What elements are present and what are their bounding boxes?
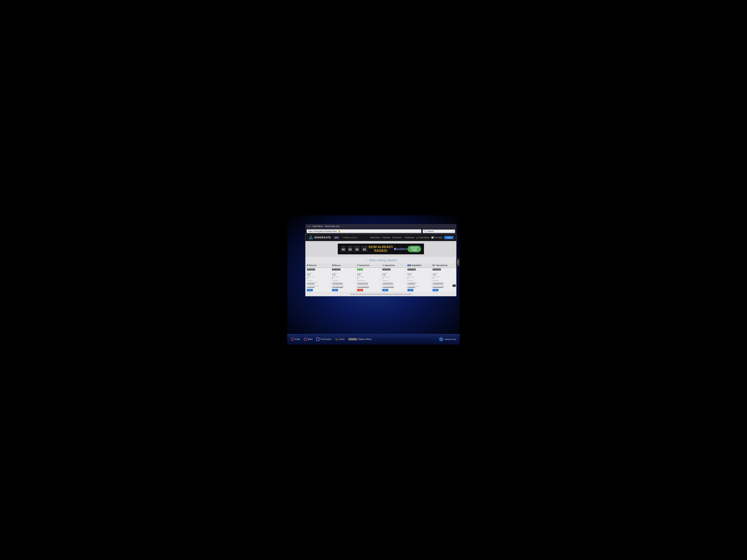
bytecoin-confirmed-label: Confirmed balance: [307, 282, 329, 283]
nav-blockchains[interactable]: Blockchains: [370, 237, 380, 239]
mining-header-text: Web mining started: [369, 259, 397, 262]
search-text: Search: [428, 230, 434, 232]
r3-badge: R3: [335, 338, 338, 341]
search-vendor-icon: △: [452, 230, 454, 232]
mg-logo-icon: [308, 235, 313, 240]
browser-titlebar: www Web Miner - MinerGate.com: [305, 224, 457, 229]
ps3-fullscreen-btn[interactable]: □ Full Screen: [316, 338, 331, 341]
monetaverde-icon: Ɱ✓: [433, 264, 436, 267]
user-name: sarkawt noori: [444, 338, 456, 340]
browser-content: MINERGATE 🇺🇸 ▾ ❄ Affiliate program Block…: [305, 234, 457, 296]
col-quazarcoin: ☆ QuazarCoin: [381, 263, 406, 268]
search-box[interactable]: 🔍 Search △: [423, 230, 455, 233]
col-monetaverde: Ɱ✓ MonetaVerde: [431, 263, 456, 268]
bytecoin-lastshare-label: Last share: [307, 280, 329, 281]
fantomcoin-icon: F: [357, 264, 358, 267]
user-avatar-icon: 👤: [439, 337, 443, 341]
nav-cloud-mining[interactable]: ☁ Cloud Mining: [416, 237, 429, 239]
invest-now-button[interactable]: INVEST NOW: [407, 246, 421, 252]
quazarcoin-start-button[interactable]: Start: [382, 289, 388, 291]
nav-downloads[interactable]: Downloads: [392, 237, 401, 239]
back-label: Back: [308, 338, 313, 341]
mg-logo: MINERGATE: [308, 235, 331, 240]
enter-label: Enter: [295, 338, 300, 341]
mining-footer: Mining with MinerGate GUI miner and clou…: [305, 292, 456, 296]
nav-pool-stats[interactable]: 📊 Pool Stats: [431, 237, 442, 239]
lock-icon: 🔒: [338, 230, 341, 233]
quazarcoin-label: QuazarCoin: [385, 264, 395, 266]
minergate-navbar: MINERGATE 🇺🇸 ▾ ❄ Affiliate program Block…: [305, 234, 456, 241]
ps3-back-btn[interactable]: ○ Back: [304, 338, 313, 341]
banner-brand: polybius: [394, 247, 407, 250]
circle-button-icon: ○: [304, 338, 307, 341]
fullscreen-label: Full Screen: [320, 338, 331, 341]
monetaverde-status: Not mining: [433, 268, 441, 270]
ps3-zoom-btn[interactable]: R3 Zoom: [335, 338, 344, 341]
fantomcoin-stop-button[interactable]: Stop: [357, 289, 363, 291]
mining-header: ↗ Web mining started: [305, 257, 456, 263]
mg-nav-links: Blockchains Calculator Downloads ↗ Dashb…: [370, 236, 454, 239]
status-row: Not mining Not mining Mining Not mining …: [305, 268, 456, 271]
bytecoin-status: Not mining: [307, 268, 315, 270]
arrow-nav: › R2: [453, 280, 456, 287]
address-bar[interactable]: https://minergate.com/web-miner 🔒: [307, 230, 421, 233]
bytecoin-unconfirmed-label: Unconfirmed balance: [307, 285, 329, 287]
cloud-icon: ☁: [416, 237, 418, 239]
nav-calculator[interactable]: Calculator: [382, 237, 390, 239]
monetaverde-label: MonetaVerde: [437, 264, 448, 266]
monero-status: Not mining: [332, 268, 340, 270]
col-digitalnote: XDN DigitalNote: [406, 263, 431, 268]
bytecoin-label: Bytecoin: [309, 264, 316, 266]
logout-button[interactable]: Logout: [444, 236, 454, 239]
brand-name: polybius: [397, 247, 407, 250]
monero-label: Monero: [334, 264, 341, 266]
countdown-days: DAYS 00: [341, 246, 346, 252]
digitalnote-label: DigitalNote: [412, 264, 421, 266]
banner-countdown: DAYS 00 HOURS 00 MINUTES 00 SECONDS: [341, 246, 367, 252]
stats-row: Hashrate 0 H/s Shares sent 0 Last share …: [305, 271, 456, 292]
square-button-icon: □: [316, 338, 319, 341]
monero-icon: Ɱ: [332, 264, 334, 267]
bytecoin-shares-label: Shares sent: [307, 276, 329, 277]
polybius-icon: [394, 248, 396, 250]
chat-tab[interactable]: Chat: [456, 259, 460, 266]
bytecoin-shares-value: 0: [307, 277, 329, 279]
col-fantomcoin: F FantomCoin: [356, 263, 381, 268]
snowflake-icon: ❄: [342, 237, 343, 239]
bytecoin-unconfirmed-value: 0.00000000: [307, 287, 329, 288]
chart-icon: ↗: [404, 237, 405, 239]
digitalnote-status: Not mining: [407, 268, 416, 270]
right-arrow-icon[interactable]: ›: [454, 280, 455, 284]
col-bytecoin: Ƀ Bytecoin: [305, 263, 331, 268]
mining-table: Ƀ Bytecoin Ɱ Monero F: [305, 263, 456, 292]
nav-pool-label: Pool Stats: [434, 237, 442, 239]
bytecoin-icon: Ƀ: [307, 264, 308, 267]
ps3-controller-bar: ✕ Enter ○ Back □ Full Screen R3 Zoom OPT…: [287, 334, 460, 345]
countdown-seconds: SECONDS 00: [361, 246, 367, 252]
monetaverde-start-button[interactable]: Start: [433, 289, 438, 291]
ps3-options-btn[interactable]: OPTIONS Options Menu: [348, 338, 371, 341]
monero-start-button[interactable]: Start: [332, 289, 338, 291]
options-label: Options Menu: [358, 338, 372, 341]
nav-dashboard-label: Dashboard: [406, 237, 414, 239]
fantomcoin-label: FantomCoin: [359, 264, 369, 266]
banner-ad: DAYS 00 HOURS 00 MINUTES 00 SECONDS: [338, 244, 424, 254]
bytecoin-start-button[interactable]: Start: [307, 289, 313, 291]
digitalnote-start-button[interactable]: Start: [407, 289, 413, 291]
quazarcoin-status: Not mining: [382, 268, 391, 270]
nav-cloud-label: Cloud Mining: [418, 237, 429, 239]
xdn-badge: XDN: [407, 265, 411, 266]
browser-title: Web Miner - MinerGate.com: [313, 225, 340, 228]
mg-flag[interactable]: 🇺🇸 ▾: [334, 236, 339, 239]
nav-dashboard[interactable]: ↗ Dashboard: [404, 237, 414, 239]
countdown-hours: HOURS 00: [347, 246, 353, 252]
ps3-user-profile: 👤 sarkawt noori: [439, 337, 456, 341]
ps3-enter-btn[interactable]: ✕ Enter: [291, 338, 300, 341]
bytecoin-hashrate-value: 0 H/s: [307, 274, 329, 275]
url-text: https://minergate.com/web-miner: [308, 230, 337, 232]
bytecoin-confirmed-value: 0.00000000: [307, 283, 329, 285]
affiliate-label: Affiliate program: [344, 237, 357, 239]
favicon-www: www: [307, 225, 311, 227]
browser-addressbar: https://minergate.com/web-miner 🔒 🔍 Sear…: [305, 229, 457, 234]
bytecoin-hashrate-label: Hashrate: [307, 273, 329, 274]
